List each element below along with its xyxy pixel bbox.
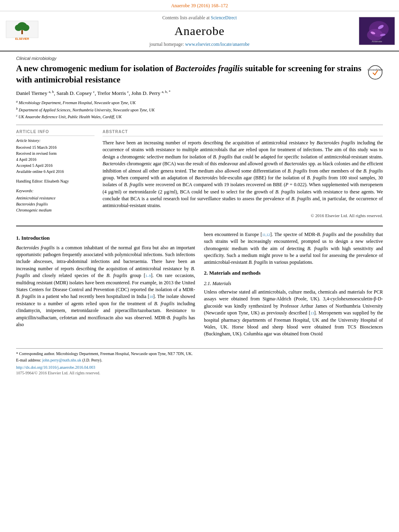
journal-citation: Anaerobe 39 (2016) 168–172: [0, 0, 399, 11]
homepage-link[interactable]: www.elsevier.com/locate/anaerobe: [185, 42, 249, 47]
authors-line: Daniel Tierney a, b, Sarah D. Copsey c, …: [16, 89, 383, 97]
main-content: Clinical microbiology CrossMark A new ch…: [0, 51, 399, 384]
elsevier-logo-area: ELSEVIER: [0, 14, 44, 47]
sciencedirect-line: Contents lists available at ScienceDirec…: [162, 14, 237, 21]
accepted-date: Accepted 5 April 2016: [16, 163, 95, 168]
materials-para1: Unless otherwise stated all antimicrobia…: [204, 289, 383, 338]
svg-rect-4: [21, 30, 23, 34]
keywords-section: Keywords: Antimicrobial resistance Bacte…: [16, 188, 95, 213]
issn-line: 1075-9964/© 2016 Elsevier Ltd. All right…: [16, 370, 383, 376]
journal-cover-image: Anaerobe: [359, 17, 395, 45]
email-link[interactable]: john.perry@nuth.nhs.uk: [42, 358, 81, 362]
right-para1: been encountered in Europe [11,12]. The …: [204, 231, 383, 266]
corresponding-author-note: * Corresponding author. Microbiology Dep…: [16, 351, 383, 357]
available-online: Available online 6 April 2016: [16, 169, 95, 175]
keyword-2: Bacteroides fragilis: [16, 201, 95, 207]
intro-para1: Bacteroides fragilis is a common inhabit…: [16, 244, 195, 329]
sciencedirect-link[interactable]: ScienceDirect: [211, 15, 237, 20]
svg-text:ELSEVIER: ELSEVIER: [15, 37, 29, 40]
keyword-1: Antimicrobial resistance: [16, 195, 95, 201]
section-label: Clinical microbiology: [16, 55, 383, 62]
article-history: Article history: Received 15 March 2016 …: [16, 138, 95, 175]
crossmark-icon: CrossMark: [368, 65, 383, 80]
journal-homepage: journal homepage: www.elsevier.com/locat…: [150, 41, 250, 47]
article-info-col: ARTICLE INFO Article history: Received 1…: [16, 129, 95, 219]
keyword-3: Chromogenic medium: [16, 207, 95, 213]
doi-line: http://dx.doi.org/10.1016/j.anaerobe.201…: [16, 365, 383, 370]
elsevier-logo-icon: ELSEVIER: [4, 19, 40, 43]
copyright-line: © 2016 Elsevier Ltd. All rights reserved…: [103, 213, 383, 219]
affiliation-c: c UK Anaerobe Reference Unit, Public Hea…: [16, 113, 383, 120]
body-right-col: been encountered in Europe [11,12]. The …: [204, 231, 383, 340]
abstract-col: ABSTRACT There have been an increasing n…: [103, 129, 383, 219]
svg-text:CrossMark: CrossMark: [368, 68, 383, 72]
received-date: Received 15 March 2016: [16, 145, 95, 150]
info-abstract-section: ARTICLE INFO Article history: Received 1…: [16, 125, 383, 219]
materials-methods-heading: 2. Materials and methods: [204, 269, 383, 277]
handling-editor-line: Handling Editor: Elisabeth Nagy: [16, 179, 95, 184]
keywords-list: Antimicrobial resistance Bacteroides fra…: [16, 195, 95, 213]
body-left-col: 1. Introduction Bacteroides fragilis is …: [16, 231, 195, 340]
revised-date: 4 April 2016: [16, 157, 95, 162]
body-content: 1. Introduction Bacteroides fragilis is …: [16, 231, 383, 340]
svg-point-3: [22, 25, 29, 31]
email-line: E-mail address: john.perry@nuth.nhs.uk (…: [16, 357, 383, 363]
doi-link[interactable]: http://dx.doi.org/10.1016/j.anaerobe.201…: [16, 365, 95, 370]
introduction-heading: 1. Introduction: [16, 234, 195, 242]
received-revised-label: Received in revised form: [16, 151, 95, 156]
history-heading: Article history:: [16, 138, 95, 144]
svg-text:Anaerobe: Anaerobe: [371, 40, 382, 43]
abstract-heading: ABSTRACT: [103, 129, 383, 136]
crossmark-area: CrossMark: [368, 65, 383, 82]
abstract-text: There have been an increasing number of …: [103, 140, 383, 210]
journal-title: Anaerobe: [175, 23, 225, 39]
footnotes-area: * Corresponding author. Microbiology Dep…: [16, 348, 383, 376]
keywords-heading: Keywords:: [16, 188, 95, 194]
affiliation-b: b Department of Applied Sciences, Northu…: [16, 107, 383, 113]
journal-thumbnail-area: Anaerobe: [355, 14, 399, 47]
article-title: A new chromogenic medium for isolation o…: [16, 63, 383, 85]
section-divider: [16, 226, 383, 226]
journal-header: ELSEVIER Contents lists available at Sci…: [0, 11, 399, 51]
materials-subheading: 2.1. Materials: [204, 280, 383, 287]
affiliation-a: a Microbiology Department, Freeman Hospi…: [16, 99, 383, 106]
affiliations: a Microbiology Department, Freeman Hospi…: [16, 99, 383, 120]
journal-header-center: Contents lists available at ScienceDirec…: [44, 14, 355, 47]
article-info-heading: ARTICLE INFO: [16, 129, 95, 136]
handling-editor: Handling Editor: Elisabeth Nagy: [16, 179, 95, 184]
article-title-area: CrossMark A new chromogenic medium for i…: [16, 63, 383, 85]
svg-point-2: [15, 25, 22, 31]
